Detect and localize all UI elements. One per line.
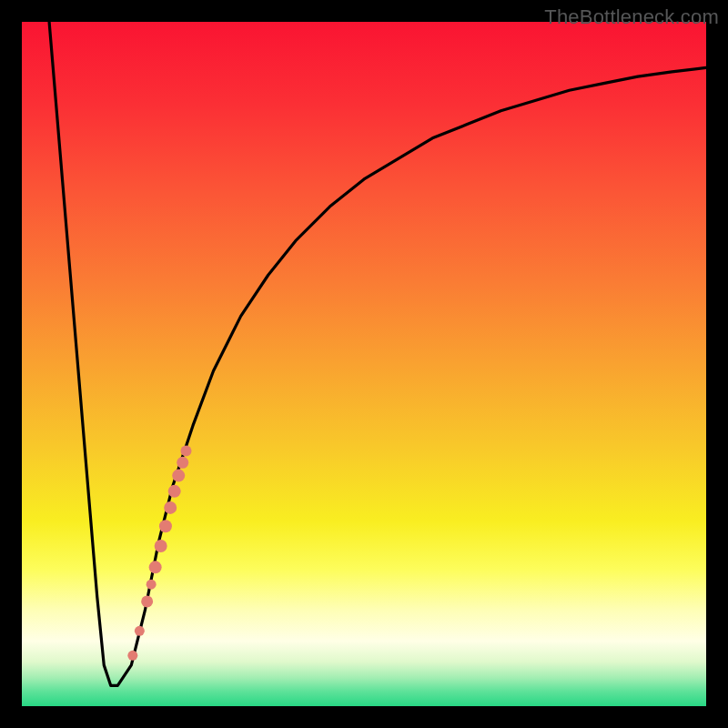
data-point — [135, 626, 145, 636]
data-point — [164, 501, 177, 514]
watermark-text: TheBottleneck.com — [544, 5, 719, 29]
data-point — [127, 651, 137, 661]
data-point — [141, 595, 153, 607]
data-point — [168, 485, 181, 498]
data-point — [147, 580, 157, 590]
chart-svg — [22, 22, 706, 706]
plot-area — [22, 22, 706, 706]
data-point — [172, 470, 185, 482]
data-point — [149, 561, 162, 573]
data-point — [177, 457, 188, 469]
chart-frame: TheBottleneck.com — [0, 0, 728, 728]
data-point — [155, 540, 167, 552]
data-point — [159, 520, 172, 532]
gradient-bg — [22, 22, 706, 706]
data-point — [180, 446, 191, 457]
